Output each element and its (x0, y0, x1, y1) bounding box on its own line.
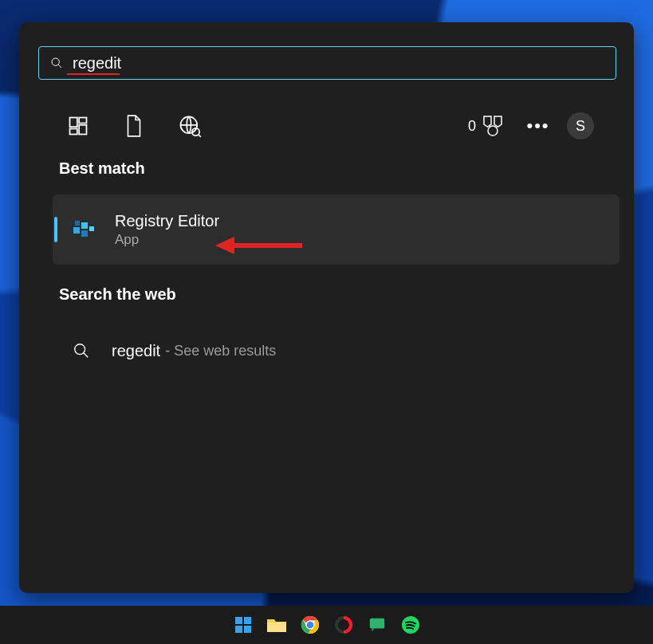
rewards-medal-icon (481, 115, 505, 137)
result-subtitle: App (115, 232, 219, 248)
ring-icon (334, 615, 353, 634)
spotify-icon (401, 615, 420, 634)
web-result-query: regedit (112, 342, 160, 360)
svg-rect-5 (70, 129, 77, 135)
start-search-panel: 0 ••• S Best match Registry Editor App (19, 22, 634, 593)
more-button[interactable]: ••• (522, 110, 554, 142)
result-registry-editor[interactable]: Registry Editor App (53, 194, 620, 265)
svg-rect-23 (267, 622, 286, 632)
svg-rect-4 (79, 125, 86, 135)
svg-line-1 (58, 65, 61, 68)
ellipsis-icon: ••• (526, 116, 549, 136)
apps-filter[interactable] (59, 107, 97, 145)
documents-filter[interactable] (115, 107, 153, 145)
result-texts: Registry Editor App (115, 212, 219, 248)
svg-rect-19 (235, 617, 242, 624)
svg-rect-22 (244, 626, 251, 633)
svg-point-15 (75, 344, 85, 355)
chat-icon (368, 616, 386, 634)
windows-logo-icon (234, 615, 253, 634)
registry-editor-icon (69, 215, 97, 244)
chrome-button[interactable] (299, 614, 321, 636)
start-button[interactable] (232, 614, 254, 636)
filter-row: 0 ••• S (59, 102, 594, 150)
search-input[interactable] (71, 46, 616, 80)
account-avatar[interactable]: S (567, 112, 594, 139)
taskbar (0, 606, 653, 644)
svg-rect-14 (75, 221, 80, 226)
spellcheck-underline (67, 73, 120, 75)
svg-rect-28 (369, 618, 384, 629)
spotify-button[interactable] (399, 614, 422, 636)
chrome-icon (301, 615, 320, 634)
selection-accent (54, 217, 57, 242)
svg-line-16 (84, 353, 89, 358)
search-icon (50, 57, 63, 69)
chat-app-button[interactable] (366, 614, 388, 636)
app-opera-button[interactable] (332, 614, 355, 636)
search-box[interactable] (38, 46, 616, 80)
result-title: Registry Editor (115, 212, 219, 230)
avatar-initial: S (576, 118, 585, 135)
svg-rect-11 (81, 222, 88, 229)
section-best-match: Best match (59, 159, 145, 178)
search-icon (65, 342, 97, 359)
svg-line-8 (199, 135, 201, 137)
svg-rect-3 (79, 118, 86, 124)
globe-search-icon (178, 114, 202, 138)
svg-rect-12 (81, 230, 88, 237)
web-result-hint: - See web results (165, 343, 276, 359)
svg-rect-10 (73, 227, 80, 234)
svg-rect-13 (89, 226, 94, 231)
document-icon (124, 114, 144, 138)
svg-point-0 (52, 58, 59, 65)
web-result-regedit[interactable]: regedit - See web results (65, 330, 620, 371)
file-explorer-button[interactable] (266, 614, 288, 636)
rewards-points: 0 (468, 118, 476, 135)
section-search-web: Search the web (59, 285, 176, 304)
apps-grid-icon (67, 115, 89, 137)
svg-rect-20 (244, 617, 251, 624)
web-filter[interactable] (171, 107, 209, 145)
svg-rect-21 (235, 626, 242, 633)
svg-point-9 (488, 126, 498, 135)
svg-rect-2 (70, 118, 77, 128)
rewards-button[interactable]: 0 (468, 115, 505, 137)
folder-icon (266, 616, 287, 634)
